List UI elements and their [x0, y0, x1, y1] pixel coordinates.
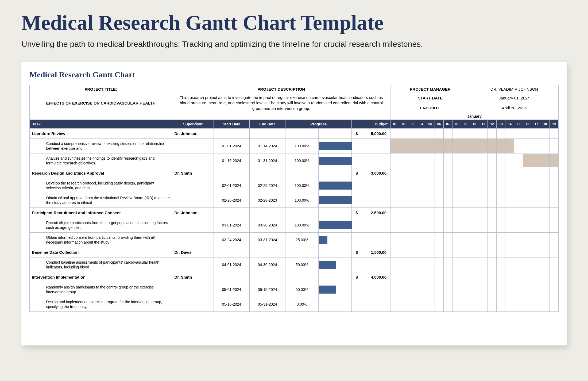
gantt-day-cell [532, 168, 541, 178]
gantt-day-cell [523, 128, 532, 138]
gantt-day-cell [532, 153, 541, 168]
month-row: January [30, 113, 559, 120]
project-title-label: PROJECT TITLE: [30, 85, 172, 93]
phase-row: Participant Recruitment and Informed Con… [30, 207, 559, 218]
gantt-day-cell [488, 168, 497, 178]
gantt-day-cell [523, 168, 532, 178]
task-name: Recruit eligible participants from the t… [45, 218, 172, 232]
gantt-day-cell [470, 193, 479, 207]
gantt-day-cell [505, 247, 514, 257]
gantt-day-cell [550, 297, 558, 311]
gantt-day-cell [417, 138, 426, 153]
gantt-day-cell [470, 138, 479, 153]
gantt-day-cell [514, 272, 523, 282]
task-budget [352, 257, 390, 272]
progress-bar [319, 261, 336, 269]
gantt-bar [435, 139, 443, 153]
gantt-day-cell [390, 272, 399, 282]
gantt-day-cell [523, 193, 532, 207]
gantt-day-cell [523, 282, 532, 297]
gantt-day-cell [497, 272, 505, 282]
gantt-day-cell [479, 178, 488, 193]
gantt-day-cell [541, 138, 550, 153]
gantt-day-cell [426, 138, 435, 153]
gantt-day-cell [390, 232, 399, 247]
gantt-day-cell [479, 218, 488, 232]
gantt-day-cell [443, 193, 452, 207]
gantt-bar [479, 139, 488, 153]
gantt-bar [550, 154, 558, 167]
gantt-day-cell [505, 257, 514, 272]
gantt-day-cell [497, 207, 505, 218]
gantt-day-cell [550, 193, 558, 207]
gantt-day-cell [461, 153, 470, 168]
gantt-bar [452, 139, 461, 153]
gantt-day-cell [426, 193, 435, 207]
gantt-day-cell [541, 153, 550, 168]
gantt-day-cell [417, 178, 426, 193]
gantt-day-cell [408, 207, 417, 218]
task-progress: 100.00% [285, 153, 319, 168]
gantt-day-cell [443, 138, 452, 153]
gantt-day-cell [399, 257, 408, 272]
task-end-date: 05-31-2024 [249, 297, 285, 311]
gantt-day-cell [532, 247, 541, 257]
gantt-day-cell [435, 128, 443, 138]
gantt-day-cell [505, 138, 514, 153]
gantt-day-cell [435, 282, 443, 297]
gantt-day-cell [417, 153, 426, 168]
gantt-day-cell [550, 257, 558, 272]
day-14: 14 [505, 120, 514, 128]
gantt-day-cell [523, 153, 532, 168]
gantt-day-cell [461, 178, 470, 193]
task-start-date: 04-01-2024 [214, 257, 249, 272]
gantt-day-cell [514, 282, 523, 297]
day-13: 13 [497, 120, 505, 128]
gantt-day-cell [532, 297, 541, 311]
gantt-day-cell [452, 178, 461, 193]
gantt-day-cell [488, 207, 497, 218]
gantt-day-cell [461, 232, 470, 247]
gantt-bar [461, 139, 470, 153]
gantt-day-cell [488, 297, 497, 311]
gantt-day-cell [505, 218, 514, 232]
gantt-day-cell [505, 272, 514, 282]
col-budget: Budget [352, 120, 390, 128]
meta-row-1: PROJECT TITLE: PROJECT DESCRIPTION PROJE… [30, 85, 559, 93]
task-supervisor [172, 297, 214, 311]
gantt-day-cell [541, 247, 550, 257]
gantt-day-cell [461, 272, 470, 282]
gantt-day-cell [399, 168, 408, 178]
day-01: 01 [390, 120, 399, 128]
gantt-day-cell [461, 218, 470, 232]
gantt-day-cell [408, 218, 417, 232]
gantt-day-cell [479, 128, 488, 138]
task-progress: 50.00% [285, 282, 319, 297]
phase-row: Research Design and Ethics ApprovalDr. S… [30, 168, 559, 178]
gantt-day-cell [452, 257, 461, 272]
progress-bar-cell [319, 297, 352, 311]
gantt-day-cell [470, 247, 479, 257]
gantt-day-cell [443, 297, 452, 311]
gantt-bar [541, 154, 550, 167]
project-title-value: EFFECTS OF EXERCISE ON CARDIOVASCULAR HE… [30, 93, 172, 113]
progress-bar-cell [319, 138, 352, 153]
progress-bar-cell [319, 257, 352, 272]
gantt-day-cell [443, 168, 452, 178]
col-end-date: End Date [249, 120, 285, 128]
gantt-day-cell [550, 138, 558, 153]
gantt-day-cell [479, 168, 488, 178]
gantt-day-cell [514, 153, 523, 168]
task-row: Analyze and synthesize the findings to i… [30, 153, 559, 168]
gantt-day-cell [497, 138, 505, 153]
day-09: 09 [461, 120, 470, 128]
gantt-day-cell [470, 257, 479, 272]
gantt-day-cell [461, 193, 470, 207]
gantt-day-cell [417, 232, 426, 247]
gantt-day-cell [514, 128, 523, 138]
progress-bar [319, 142, 352, 150]
gantt-day-cell [541, 257, 550, 272]
gantt-day-cell [443, 282, 452, 297]
pm-value: DR. VLADIMIR JOHNSON [470, 85, 558, 93]
task-supervisor [172, 257, 214, 272]
